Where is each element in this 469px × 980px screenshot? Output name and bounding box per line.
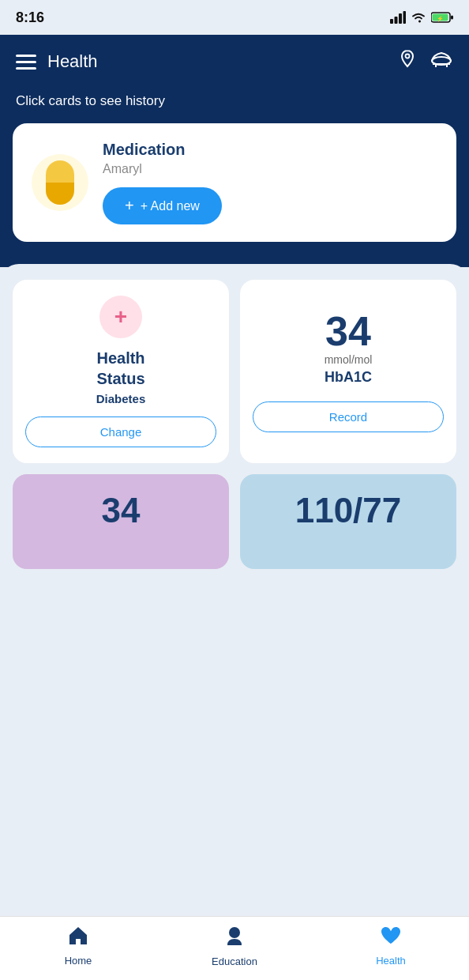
add-new-button[interactable]: + + Add new xyxy=(103,187,222,224)
cards-row-2: 34 110/77 xyxy=(13,474,456,569)
medication-name: Amaryl xyxy=(103,162,437,176)
subtitle-text: Click cards to see history xyxy=(13,93,456,109)
cards-row-1: + HealthStatus Diabetes Change 34 mmol/m… xyxy=(13,280,456,463)
svg-rect-6 xyxy=(451,16,453,20)
bottom-nav: Home Education Health xyxy=(0,916,469,980)
cross-icon: + xyxy=(99,296,142,338)
svg-point-8 xyxy=(406,55,410,58)
medication-card[interactable]: Medication Amaryl + + Add new xyxy=(13,123,456,242)
purple-card-value: 34 xyxy=(102,493,141,528)
svg-rect-3 xyxy=(403,11,407,24)
signal-icon xyxy=(390,11,406,24)
hba1c-unit: mmol/mol xyxy=(325,353,373,366)
health-status-title: HealthStatus xyxy=(96,348,144,389)
record-button[interactable]: Record xyxy=(253,401,444,432)
plus-icon: + xyxy=(125,197,134,215)
battery-icon: ⚡ xyxy=(431,12,453,23)
add-new-label: + Add new xyxy=(141,199,200,213)
header-left: Health xyxy=(16,51,98,72)
health-condition: Diabetes xyxy=(96,392,146,405)
svg-rect-1 xyxy=(395,17,398,24)
pill-top xyxy=(46,160,74,183)
wifi-icon xyxy=(411,11,426,24)
medication-title: Medication xyxy=(103,141,437,159)
nav-education[interactable]: Education xyxy=(156,925,313,967)
blue-stat-card[interactable]: 110/77 xyxy=(240,474,456,569)
nav-health-label: Health xyxy=(376,955,406,967)
status-bar: 8:16 ⚡ xyxy=(0,0,469,35)
nav-home-label: Home xyxy=(65,955,92,967)
nav-home[interactable]: Home xyxy=(0,925,156,967)
svg-rect-0 xyxy=(390,19,393,24)
page-title: Health xyxy=(47,51,98,72)
header-right xyxy=(398,49,453,74)
status-time: 8:16 xyxy=(16,9,44,26)
nav-education-label: Education xyxy=(212,956,257,967)
hba1c-card[interactable]: 34 mmol/mol HbA1C Record xyxy=(240,280,456,463)
svg-rect-2 xyxy=(399,13,402,24)
hba1c-label: HbA1C xyxy=(325,369,372,386)
hba1c-value: 34 xyxy=(325,311,371,352)
health-icon xyxy=(380,925,402,952)
app-header: Health xyxy=(0,35,469,93)
main-content: Click cards to see history Medication Am… xyxy=(0,93,469,267)
menu-button[interactable] xyxy=(16,55,36,70)
location-icon[interactable] xyxy=(398,49,417,74)
food-icon[interactable] xyxy=(430,50,453,74)
change-button[interactable]: Change xyxy=(25,416,216,447)
pill-icon xyxy=(32,154,88,211)
purple-stat-card[interactable]: 34 xyxy=(13,474,229,569)
cards-section: + HealthStatus Diabetes Change 34 mmol/m… xyxy=(0,264,469,632)
health-status-card[interactable]: + HealthStatus Diabetes Change xyxy=(13,280,229,463)
education-icon xyxy=(224,925,245,952)
home-icon xyxy=(67,925,89,952)
medication-info: Medication Amaryl + + Add new xyxy=(103,141,437,224)
svg-point-13 xyxy=(229,927,240,938)
pill-bottom xyxy=(46,183,74,205)
blue-card-value: 110/77 xyxy=(295,493,402,528)
status-icons: ⚡ xyxy=(390,11,453,24)
svg-text:⚡: ⚡ xyxy=(437,15,444,22)
nav-health[interactable]: Health xyxy=(313,925,469,967)
